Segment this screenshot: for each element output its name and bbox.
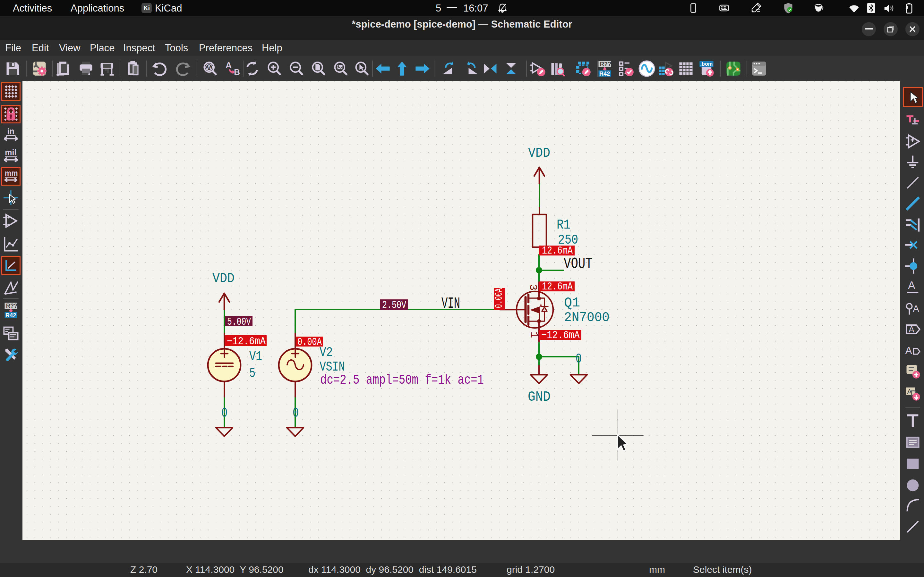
- svg-text:Q1: Q1: [564, 295, 580, 311]
- svg-text:−12.6mA: −12.6mA: [227, 335, 266, 348]
- svg-text:R??: R??: [600, 61, 612, 67]
- svg-text:0: 0: [575, 351, 582, 367]
- svg-text:A: A: [913, 303, 919, 314]
- svg-text:mm: mm: [5, 169, 18, 177]
- svg-text:2N7000: 2N7000: [564, 309, 610, 326]
- svg-text:VDD: VDD: [528, 145, 550, 161]
- svg-text:1: 1: [528, 332, 540, 338]
- svg-text:.bom: .bom: [700, 61, 713, 67]
- svg-text:A: A: [226, 60, 232, 70]
- svg-text:0: 0: [221, 405, 228, 421]
- svg-text:A: A: [908, 279, 916, 292]
- svg-text:5: 5: [249, 366, 255, 381]
- svg-text:A: A: [905, 345, 912, 356]
- svg-text:250: 250: [558, 232, 578, 248]
- svg-text:R1: R1: [557, 217, 570, 233]
- svg-text:VIN: VIN: [441, 295, 460, 312]
- svg-text:in: in: [7, 127, 15, 135]
- svg-text:3: 3: [527, 284, 539, 290]
- svg-text:R??: R??: [6, 302, 18, 309]
- svg-text:12.6mA: 12.6mA: [542, 281, 573, 293]
- svg-text:0.00A: 0.00A: [493, 288, 505, 308]
- svg-text:A: A: [909, 324, 915, 334]
- svg-text:0: 0: [292, 405, 299, 421]
- svg-text:−12.6mA: −12.6mA: [541, 330, 580, 342]
- svg-text:2.50V: 2.50V: [382, 300, 406, 311]
- svg-text:GND: GND: [528, 389, 551, 405]
- svg-text:R42: R42: [599, 70, 610, 77]
- svg-text:R42: R42: [5, 312, 16, 319]
- svg-text:mil: mil: [5, 148, 16, 157]
- svg-text:VDD: VDD: [212, 271, 234, 286]
- svg-text:VOUT: VOUT: [564, 255, 593, 272]
- svg-text:dc=2.5 ampl=50m f=1k ac=1: dc=2.5 ampl=50m f=1k ac=1: [320, 372, 484, 388]
- svg-text:V2: V2: [320, 345, 333, 360]
- svg-text:V1: V1: [249, 349, 262, 364]
- svg-text:0.00A: 0.00A: [297, 336, 322, 348]
- svg-text:5.00V: 5.00V: [227, 316, 251, 328]
